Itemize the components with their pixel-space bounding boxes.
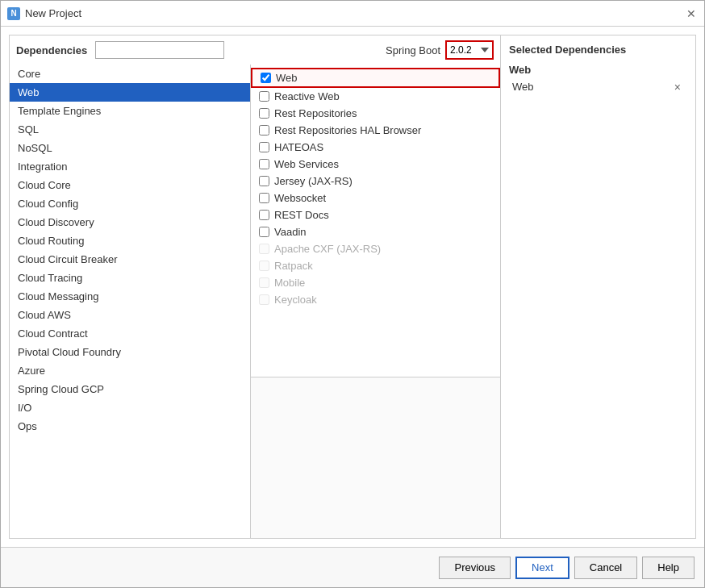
dep-label-ratpack: Ratpack [274, 260, 313, 272]
spring-boot-control: Spring Boot 2.0.2 2.1.7 2.2.0 1.5.20 [386, 40, 494, 60]
selected-group-title: Web [509, 64, 687, 76]
selected-dep-name: Web [512, 81, 534, 93]
close-button[interactable]: ✕ [685, 7, 698, 20]
search-input[interactable] [95, 41, 224, 59]
dep-label-websocket: Websocket [274, 192, 326, 204]
content-area: Dependencies Spring Boot 2.0.2 2.1.7 2.2… [1, 27, 704, 547]
dep-checkbox-keycloak[interactable] [259, 294, 269, 305]
dep-label-rest-repositories-hal: Rest Repositories HAL Browser [274, 124, 421, 136]
sidebar-item-io[interactable]: I/O [10, 398, 250, 417]
sidebar-item-web[interactable]: Web [10, 83, 250, 102]
dep-label-keycloak: Keycloak [274, 294, 317, 306]
next-button[interactable]: Next [515, 557, 569, 579]
selected-deps-title: Selected Dependencies [509, 44, 687, 56]
sidebar-item-cloud-core[interactable]: Cloud Core [10, 176, 250, 194]
left-middle-wrapper: Dependencies Spring Boot 2.0.2 2.1.7 2.2… [9, 35, 501, 539]
dep-checkbox-rest-repositories[interactable] [259, 108, 269, 119]
dep-item-ratpack[interactable]: Ratpack [251, 257, 500, 274]
dep-checkbox-ratpack[interactable] [259, 261, 269, 271]
new-project-window: N New Project ✕ Dependencies Spring Boot… [0, 0, 705, 588]
dep-checkbox-hateoas[interactable] [259, 142, 269, 152]
search-row: Dependencies [16, 41, 224, 59]
dependencies-panel: WebReactive WebRest RepositoriesRest Rep… [251, 65, 501, 539]
dep-checkbox-apache-cxf[interactable] [259, 244, 269, 254]
dep-item-web[interactable]: Web [251, 68, 500, 88]
dep-label-apache-cxf: Apache CXF (JAX-RS) [274, 243, 381, 255]
sidebar-item-cloud-aws[interactable]: Cloud AWS [10, 306, 250, 324]
sidebar-item-cloud-tracing[interactable]: Cloud Tracing [10, 269, 250, 287]
sidebar-item-template-engines[interactable]: Template Engines [10, 102, 250, 120]
dep-item-hateoas[interactable]: HATEOAS [251, 139, 500, 156]
spring-boot-select[interactable]: 2.0.2 2.1.7 2.2.0 1.5.20 [445, 40, 494, 60]
sidebar-item-cloud-contract[interactable]: Cloud Contract [10, 324, 250, 343]
dep-item-rest-repositories-hal[interactable]: Rest Repositories HAL Browser [251, 122, 500, 139]
sidebar-item-cloud-discovery[interactable]: Cloud Discovery [10, 213, 250, 231]
dep-item-rest-docs[interactable]: REST Docs [251, 206, 500, 223]
dep-label-mobile: Mobile [274, 277, 305, 289]
lm-body: CoreWebTemplate EnginesSQLNoSQLIntegrati… [9, 65, 501, 539]
selected-group-web: WebWeb× [509, 64, 687, 94]
sidebar-item-cloud-circuit-breaker[interactable]: Cloud Circuit Breaker [10, 250, 250, 269]
dep-checkbox-vaadin[interactable] [259, 227, 269, 237]
categories-list: CoreWebTemplate EnginesSQLNoSQLIntegrati… [10, 65, 250, 538]
sidebar-item-cloud-config[interactable]: Cloud Config [10, 194, 250, 213]
help-button[interactable]: Help [642, 557, 695, 579]
dep-item-jersey[interactable]: Jersey (JAX-RS) [251, 173, 500, 190]
sidebar-item-core[interactable]: Core [10, 65, 250, 83]
sidebar-item-cloud-messaging[interactable]: Cloud Messaging [10, 287, 250, 306]
sidebar-item-ops[interactable]: Ops [10, 417, 250, 436]
dep-checkbox-jersey[interactable] [259, 176, 269, 186]
previous-button[interactable]: Previous [439, 557, 511, 579]
selected-dep-item: Web× [509, 79, 687, 94]
dep-label-reactive-web: Reactive Web [274, 90, 340, 102]
dep-item-keycloak[interactable]: Keycloak [251, 291, 500, 308]
dep-item-web-services[interactable]: Web Services [251, 156, 500, 173]
selected-groups-container: WebWeb× [509, 64, 687, 101]
dep-label-jersey: Jersey (JAX-RS) [274, 175, 352, 187]
dep-item-websocket[interactable]: Websocket [251, 190, 500, 206]
dep-checkbox-mobile[interactable] [259, 277, 269, 288]
sidebar-item-nosql[interactable]: NoSQL [10, 139, 250, 157]
dependencies-label: Dependencies [16, 44, 87, 56]
dep-item-reactive-web[interactable]: Reactive Web [251, 88, 500, 105]
selected-dependencies-panel: Selected Dependencies WebWeb× [501, 35, 696, 539]
categories-panel: CoreWebTemplate EnginesSQLNoSQLIntegrati… [9, 65, 251, 539]
dep-checkbox-web-services[interactable] [259, 159, 269, 169]
bottom-bar: Previous Next Cancel Help [1, 547, 704, 587]
sidebar-item-spring-cloud-gcp[interactable]: Spring Cloud GCP [10, 380, 250, 398]
sidebar-item-integration[interactable]: Integration [10, 157, 250, 176]
dep-checkbox-rest-repositories-hal[interactable] [259, 125, 269, 136]
description-area [251, 377, 500, 538]
dep-label-rest-repositories: Rest Repositories [274, 107, 357, 119]
dep-checkbox-websocket[interactable] [259, 193, 269, 203]
dep-label-web: Web [276, 72, 298, 84]
dep-label-web-services: Web Services [274, 158, 339, 170]
spring-boot-label: Spring Boot [386, 44, 440, 56]
dep-item-apache-cxf[interactable]: Apache CXF (JAX-RS) [251, 240, 500, 257]
sidebar-item-sql[interactable]: SQL [10, 120, 250, 139]
dependencies-list: WebReactive WebRest RepositoriesRest Rep… [251, 65, 500, 377]
dep-label-hateoas: HATEOAS [274, 141, 323, 153]
sidebar-item-pivotal-cloud-foundry[interactable]: Pivotal Cloud Foundry [10, 343, 250, 361]
window-title: New Project [25, 7, 81, 19]
dep-checkbox-reactive-web[interactable] [259, 91, 269, 102]
dep-checkbox-rest-docs[interactable] [259, 210, 269, 220]
dep-item-vaadin[interactable]: Vaadin [251, 223, 500, 240]
dep-item-mobile[interactable]: Mobile [251, 274, 500, 291]
dep-label-vaadin: Vaadin [274, 226, 307, 238]
app-icon: N [7, 7, 20, 20]
remove-dep-button[interactable]: × [671, 81, 684, 93]
top-bar: Dependencies Spring Boot 2.0.2 2.1.7 2.2… [9, 35, 501, 65]
dep-label-rest-docs: REST Docs [274, 209, 329, 221]
dep-item-rest-repositories[interactable]: Rest Repositories [251, 105, 500, 122]
titlebar-left: N New Project [7, 7, 81, 20]
titlebar: N New Project ✕ [1, 1, 704, 27]
cancel-button[interactable]: Cancel [574, 557, 637, 579]
sidebar-item-azure[interactable]: Azure [10, 361, 250, 380]
dep-checkbox-web[interactable] [261, 73, 271, 83]
sidebar-item-cloud-routing[interactable]: Cloud Routing [10, 231, 250, 250]
